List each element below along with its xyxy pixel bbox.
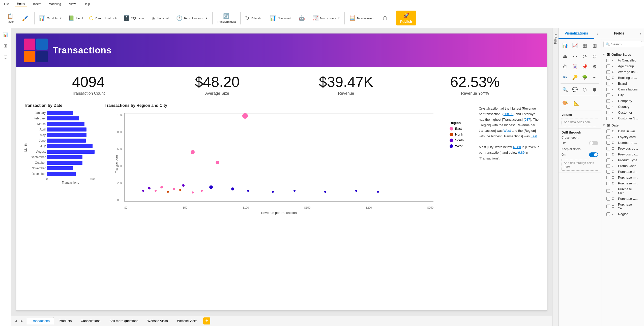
table-view-icon[interactable]: ⊞: [1, 41, 10, 50]
field-item-3[interactable]: Σ Booking ch...: [601, 75, 644, 81]
tab-website-visits-1[interactable]: Website Visits: [143, 317, 172, 324]
viz-custom2-icon[interactable]: ⬢: [590, 85, 599, 94]
viz-card-icon[interactable]: 🃏: [570, 62, 579, 71]
field-item-13[interactable]: ▪ Region: [601, 211, 644, 217]
field-item-7[interactable]: Σ Purchase d...: [601, 169, 644, 175]
field-item-10[interactable]: ▪ Customer S...: [601, 115, 644, 121]
tab-add-button[interactable]: +: [203, 317, 210, 324]
viz-area-chart-icon[interactable]: ⛰: [561, 52, 570, 61]
dot-east-4: [160, 186, 163, 188]
tab-website-visits-2[interactable]: Website Visits: [173, 317, 202, 324]
viz-analytics-tool[interactable]: 📐: [572, 99, 581, 108]
viz-python-icon[interactable]: Py: [561, 73, 570, 82]
filters-panel[interactable]: Filters: [552, 28, 558, 326]
viz-slicer-icon[interactable]: ⚙: [590, 62, 599, 71]
viz-column-chart-icon[interactable]: 📈: [570, 41, 579, 50]
viz-bar-chart-icon[interactable]: 📊: [561, 41, 570, 50]
insight-link-east[interactable]: East: [531, 134, 537, 138]
viz-gauge-icon[interactable]: ⏱: [561, 62, 570, 71]
field-item-0[interactable]: ▪ % Cancelled: [601, 57, 644, 63]
tab-prev-btn[interactable]: ◀: [13, 318, 18, 323]
excel-button[interactable]: 📗 Excel: [65, 14, 85, 23]
viz-scatter-icon[interactable]: ⋯: [570, 52, 579, 61]
ai-button[interactable]: 🤖: [295, 14, 309, 23]
insight-link-989[interactable]: 9.89: [518, 151, 524, 154]
sql-server-button[interactable]: 🗄️ SQL Server: [121, 14, 148, 23]
power-bi-datasets-button[interactable]: ⬡ Power BI datasets: [86, 14, 120, 23]
field-item-10[interactable]: ▪ Purchase Size: [601, 186, 644, 196]
tab-products[interactable]: Products: [54, 317, 76, 324]
title-insert[interactable]: Insert: [31, 1, 43, 7]
title-file[interactable]: File: [2, 1, 11, 7]
enter-data-button[interactable]: ⊞ Enter data: [149, 14, 173, 23]
field-item-11[interactable]: Σ Purchase w...: [601, 196, 644, 202]
fields-panel-tab[interactable]: Fields: [601, 28, 637, 39]
insight-link-208[interactable]: 208.93: [504, 112, 514, 116]
title-help[interactable]: Help: [82, 1, 92, 7]
new-visual-button[interactable]: 📊 New visual: [267, 14, 294, 23]
field-item-2[interactable]: Σ Average dai...: [601, 69, 644, 75]
viz-custom1-icon[interactable]: ⬡: [580, 85, 589, 94]
title-modeling[interactable]: Modeling: [47, 1, 63, 7]
tab-transactions[interactable]: Transactions: [27, 317, 54, 324]
publish-button[interactable]: 🚀 Publish: [396, 11, 416, 25]
field-item-2[interactable]: Σ Number of ...: [601, 140, 644, 146]
add-drill-fields-box[interactable]: Add drill-through fields here: [562, 159, 598, 171]
field-item-1[interactable]: ▪ Loyalty card: [601, 134, 644, 140]
model-view-icon[interactable]: ⬡: [1, 52, 10, 61]
field-item-3[interactable]: Σ Previous bo...: [601, 146, 644, 151]
field-item-9[interactable]: Σ Purchase m...: [601, 180, 644, 186]
new-measure-button[interactable]: 🧮 New measure: [347, 14, 377, 23]
viz-donut-icon[interactable]: ◎: [590, 52, 599, 61]
field-item-1[interactable]: ▪ Age Group: [601, 63, 644, 69]
field-item-8[interactable]: Σ Purchase m...: [601, 175, 644, 180]
insight-link-937[interactable]: 937: [525, 118, 530, 121]
title-home[interactable]: Home: [15, 1, 27, 7]
viz-kpi-icon[interactable]: 📌: [580, 62, 589, 71]
field-item-4[interactable]: Σ Previous ca...: [601, 151, 644, 157]
paste-button[interactable]: 📋 Paste: [3, 12, 17, 25]
transform-button[interactable]: 🔄 Transform data: [215, 12, 238, 25]
viz-pie-chart-icon[interactable]: ◔: [580, 52, 589, 61]
field-item-9[interactable]: ▪ Customer: [601, 110, 644, 115]
fields-section-header-1[interactable]: ▼ ⊞ Date: [601, 122, 644, 128]
add-fields-box[interactable]: Add data fields here: [562, 118, 598, 126]
viz-format-tool[interactable]: 🎨: [561, 99, 570, 108]
measure-options-button[interactable]: ⬡: [378, 14, 392, 23]
tab-cancellations[interactable]: Cancellations: [76, 317, 105, 324]
fields-collapse-btn[interactable]: ›: [637, 28, 644, 39]
tab-next-btn[interactable]: ▶: [19, 318, 24, 323]
field-item-4[interactable]: ▪ Brand: [601, 81, 644, 86]
field-item-5[interactable]: ▪ Product Type: [601, 157, 644, 163]
fields-section-header-0[interactable]: ▼ ⊞ Online Sales: [601, 51, 644, 57]
field-item-12[interactable]: Σ Purchase Ye...: [601, 202, 644, 211]
viz-collapse-btn[interactable]: ›: [594, 28, 601, 39]
field-item-0[interactable]: Σ Days in wai...: [601, 128, 644, 134]
cross-report-toggle[interactable]: [589, 141, 598, 145]
field-item-6[interactable]: ▪ City: [601, 92, 644, 98]
viz-panel-tab[interactable]: Visualizations: [559, 28, 594, 39]
viz-decomp-icon[interactable]: 🌳: [580, 73, 589, 82]
viz-qa-icon[interactable]: 💬: [570, 85, 579, 94]
recent-sources-button[interactable]: 🕐 Recent sources ▼: [174, 14, 210, 23]
field-item-8[interactable]: ▪ Country: [601, 104, 644, 110]
get-data-button[interactable]: 📊 Get data ▼: [37, 14, 64, 23]
report-view-icon[interactable]: 📊: [1, 30, 10, 39]
field-item-7[interactable]: ▪ Company: [601, 98, 644, 104]
search-input[interactable]: [611, 42, 644, 46]
viz-stacked-column-icon[interactable]: ▥: [590, 41, 599, 50]
insight-link-4580[interactable]: 45.80: [513, 145, 521, 149]
viz-stacked-bar-icon[interactable]: ▦: [580, 41, 589, 50]
field-item-5[interactable]: ▪ Cancellations: [601, 86, 644, 92]
viz-key-influencers-icon[interactable]: 🔑: [570, 73, 579, 82]
keep-all-toggle[interactable]: [589, 152, 598, 157]
tab-ask-more[interactable]: Ask more questions: [105, 317, 142, 324]
title-view[interactable]: View: [67, 1, 78, 7]
format-painter-button[interactable]: 🖌️: [18, 14, 32, 23]
refresh-button[interactable]: ↻ Refresh: [243, 14, 263, 23]
viz-more-icon[interactable]: ···: [590, 73, 599, 82]
field-item-6[interactable]: ▪ Promo Code: [601, 163, 644, 169]
viz-ai-icon[interactable]: 🔍: [561, 85, 570, 94]
insight-link-west[interactable]: West: [504, 129, 511, 133]
more-visuals-button[interactable]: 📈 More visuals ▼: [310, 14, 343, 23]
